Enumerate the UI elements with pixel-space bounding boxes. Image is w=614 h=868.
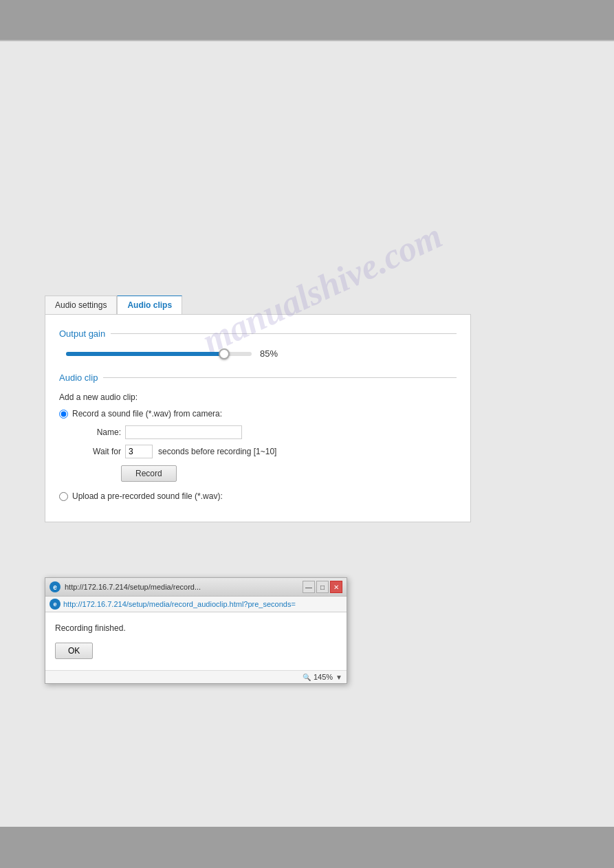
audio-clip-label: Audio clip — [59, 372, 98, 383]
name-row: Name: — [80, 425, 457, 439]
popup-titlebar: e http://172.16.7.214/setup/media/record… — [45, 578, 347, 597]
main-panel: Output gain 85% Audio clip Add a new aud… — [45, 314, 471, 522]
radio-upload-label: Upload a pre-recorded sound file (*.wav)… — [72, 491, 223, 501]
tab-audio-settings[interactable]: Audio settings — [45, 296, 117, 314]
popup-controls: — □ ✕ — [303, 581, 342, 593]
main-content: manualshive.com Audio settings Audio cli… — [0, 41, 614, 522]
popup-addressbar: e http://172.16.7.214/setup/media/record… — [45, 597, 347, 612]
popup-body: Recording finished. OK — [45, 612, 347, 670]
record-button[interactable]: Record — [121, 465, 177, 482]
bottom-bar — [0, 827, 614, 868]
slider-fill — [66, 352, 224, 356]
popup-restore-button[interactable]: □ — [316, 581, 329, 593]
zoom-dropdown-icon[interactable]: ▼ — [336, 674, 342, 681]
section-divider — [111, 333, 457, 334]
slider-value: 85% — [260, 348, 278, 359]
ok-button[interactable]: OK — [55, 643, 93, 659]
popup-window: e http://172.16.7.214/setup/media/record… — [45, 577, 347, 684]
top-bar — [0, 0, 614, 41]
popup-browser-icon: e — [50, 581, 61, 592]
slider-track[interactable] — [66, 352, 252, 356]
wait-suffix: seconds before recording [1~10] — [158, 447, 276, 456]
radio-upload[interactable] — [59, 492, 68, 501]
output-gain-label: Output gain — [59, 329, 105, 339]
popup-address-text: http://172.16.7.214/setup/media/record_a… — [63, 600, 342, 608]
audio-clip-section: Add a new audio clip: Record a sound fil… — [59, 392, 457, 501]
popup-close-button[interactable]: ✕ — [330, 581, 342, 593]
zoom-icon: 🔍 — [303, 674, 311, 681]
radio-record-label: Record a sound file (*.wav) from camera: — [72, 409, 222, 419]
output-gain-header: Output gain — [59, 329, 457, 339]
wait-row: Wait for seconds before recording [1~10] — [80, 445, 457, 458]
tab-audio-clips[interactable]: Audio clips — [117, 296, 182, 314]
radio-record-option: Record a sound file (*.wav) from camera: — [59, 409, 457, 419]
radio-record[interactable] — [59, 410, 68, 419]
output-gain-slider-row: 85% — [59, 348, 457, 359]
name-label: Name: — [80, 427, 121, 437]
popup-minimize-button[interactable]: — — [303, 581, 315, 593]
wait-input[interactable] — [125, 445, 153, 458]
slider-thumb[interactable] — [219, 348, 230, 359]
tab-container: Audio settings Audio clips — [45, 296, 614, 314]
audio-clip-header: Audio clip — [59, 372, 457, 383]
popup-addr-icon: e — [50, 599, 61, 610]
popup-title-url: http://172.16.7.214/setup/media/record..… — [65, 583, 303, 591]
wait-label: Wait for — [80, 447, 121, 456]
section-divider-2 — [103, 377, 457, 378]
recording-finished-text: Recording finished. — [55, 623, 337, 633]
radio-upload-option: Upload a pre-recorded sound file (*.wav)… — [59, 491, 457, 501]
zoom-text: 145% — [314, 673, 333, 681]
popup-statusbar: 🔍 145% ▼ — [45, 670, 347, 683]
add-new-label: Add a new audio clip: — [59, 392, 457, 402]
name-input[interactable] — [125, 425, 242, 439]
